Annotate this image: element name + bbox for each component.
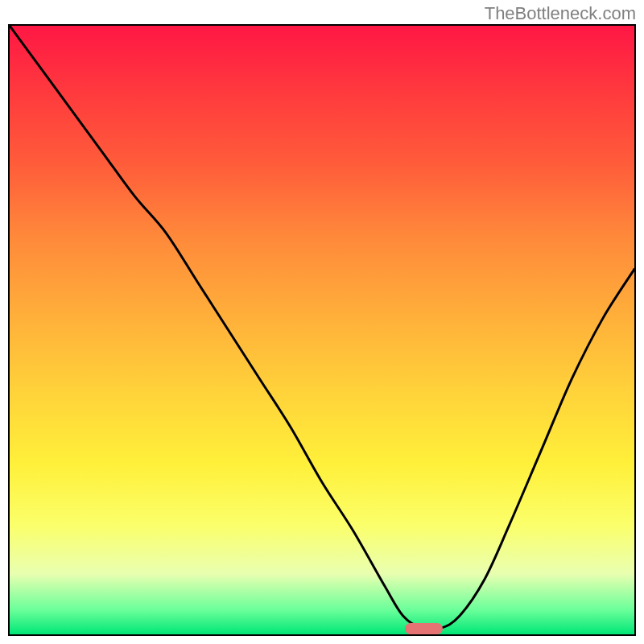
plot-area — [8, 24, 636, 636]
optimal-marker — [405, 623, 443, 634]
curve-svg — [10, 26, 634, 634]
chart-container: TheBottleneck.com — [0, 0, 644, 644]
bottleneck-curve — [10, 26, 634, 630]
watermark-text: TheBottleneck.com — [485, 3, 636, 24]
